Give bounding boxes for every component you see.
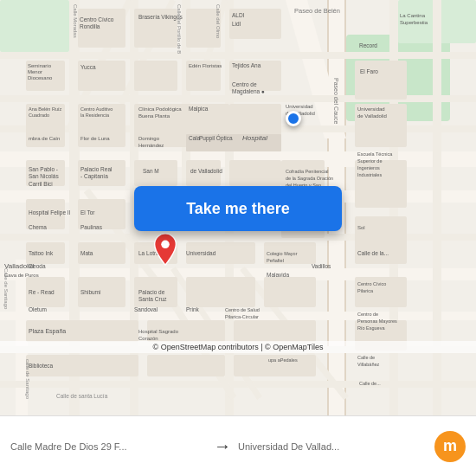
svg-text:Calle de: Calle de bbox=[357, 355, 375, 360]
svg-text:Centro Cívico: Centro Cívico bbox=[357, 281, 386, 286]
svg-text:Rondilla: Rondilla bbox=[80, 23, 100, 29]
svg-text:Superior de: Superior de bbox=[357, 158, 382, 164]
svg-rect-36 bbox=[134, 61, 177, 91]
svg-text:Universidad: Universidad bbox=[357, 106, 385, 112]
svg-text:Tejidos Ana: Tejidos Ana bbox=[232, 62, 261, 69]
svg-text:Centro de: Centro de bbox=[357, 312, 378, 317]
svg-rect-2 bbox=[0, 0, 69, 52]
svg-text:Diocesano: Diocesano bbox=[28, 75, 53, 80]
svg-text:Calle de santa Lucía: Calle de santa Lucía bbox=[56, 393, 108, 399]
svg-text:Escuela Técnica: Escuela Técnica bbox=[357, 151, 393, 157]
svg-text:Río Esgueva: Río Esgueva bbox=[357, 325, 385, 331]
svg-text:Brasería Vikingos: Brasería Vikingos bbox=[138, 14, 183, 21]
svg-text:la Residencia: la Residencia bbox=[80, 113, 110, 118]
svg-text:Centro Auditivo: Centro Auditivo bbox=[80, 106, 113, 112]
svg-point-181 bbox=[161, 241, 170, 249]
svg-text:Hernández: Hernández bbox=[138, 143, 164, 148]
svg-text:- Capitanía: - Capitanía bbox=[80, 173, 108, 180]
svg-text:Tattoo Ink: Tattoo Ink bbox=[29, 250, 54, 256]
svg-text:Centro de Salud: Centro de Salud bbox=[225, 307, 260, 312]
svg-text:San M: San M bbox=[143, 168, 159, 174]
bottom-bar: Calle Madre De Dios 29 F... → Universida… bbox=[0, 415, 476, 476]
svg-text:Yucca: Yucca bbox=[80, 64, 96, 70]
to-location: Universidad De Vallad... bbox=[238, 441, 434, 452]
svg-text:Pilarica: Pilarica bbox=[357, 288, 374, 293]
svg-text:Calle Moradas: Calle Moradas bbox=[73, 4, 78, 38]
svg-text:Villabáñez: Villabáñez bbox=[357, 362, 380, 367]
svg-text:Re - Read: Re - Read bbox=[29, 289, 55, 295]
svg-text:Plaza España: Plaza España bbox=[29, 328, 66, 335]
svg-text:Carril Bici: Carril Bici bbox=[29, 181, 53, 187]
svg-text:Puppil Óptica: Puppil Óptica bbox=[199, 134, 233, 142]
svg-text:Prink: Prink bbox=[186, 306, 200, 312]
svg-text:Menor: Menor bbox=[28, 69, 42, 74]
svg-text:Peñafiel: Peñafiel bbox=[267, 258, 284, 263]
svg-text:Santa Cruz: Santa Cruz bbox=[138, 296, 167, 302]
svg-text:Chema: Chema bbox=[29, 224, 47, 230]
svg-text:Hospital Felipe II: Hospital Felipe II bbox=[29, 209, 71, 216]
moovit-letter: m bbox=[443, 437, 457, 455]
svg-rect-23 bbox=[0, 381, 476, 388]
svg-text:Centro de: Centro de bbox=[232, 81, 257, 87]
svg-text:Ingenieros: Ingenieros bbox=[357, 165, 380, 170]
svg-text:Biblioteca: Biblioteca bbox=[29, 363, 54, 369]
svg-text:Cofradía Penitencial: Cofradía Penitencial bbox=[286, 169, 329, 174]
svg-text:Centro Cívico: Centro Cívico bbox=[80, 16, 114, 23]
svg-text:Calle de la...: Calle de la... bbox=[357, 250, 389, 256]
svg-text:Calle de...: Calle de... bbox=[359, 381, 381, 386]
svg-text:La Cantina: La Cantina bbox=[400, 13, 426, 18]
svg-text:San Pablo -: San Pablo - bbox=[29, 166, 58, 172]
map-attribution: © OpenStreetMap contributors | © OpenMap… bbox=[0, 341, 476, 353]
map-container: Paseo de Belén Paseo del Cauce Centro Cí… bbox=[0, 0, 476, 415]
svg-text:San Nicolás: San Nicolás bbox=[29, 173, 59, 179]
svg-text:Paseo del Cauce: Paseo del Cauce bbox=[333, 78, 339, 124]
svg-text:Domingo: Domingo bbox=[138, 136, 160, 141]
svg-text:Palacio Real: Palacio Real bbox=[80, 166, 113, 172]
svg-rect-18 bbox=[0, 52, 476, 59]
svg-text:Buena Planta: Buena Planta bbox=[138, 113, 170, 119]
direction-arrow: → bbox=[207, 436, 238, 456]
svg-rect-48 bbox=[229, 160, 281, 186]
take-me-there-button[interactable]: Take me there bbox=[134, 186, 342, 231]
from-label: Calle Madre De Dios 29 F... bbox=[10, 441, 127, 452]
destination-marker bbox=[152, 232, 178, 270]
svg-rect-65 bbox=[186, 277, 255, 307]
svg-text:Vadillos: Vadillos bbox=[312, 263, 331, 269]
svg-text:Oletum: Oletum bbox=[29, 306, 47, 312]
svg-text:Paseo de Belén: Paseo de Belén bbox=[294, 7, 340, 15]
svg-text:calle de Santiago: calle de Santiago bbox=[25, 359, 30, 400]
svg-text:Calle del Portillo de B: Calle del Portillo de B bbox=[177, 4, 182, 54]
svg-text:Hospital: Hospital bbox=[242, 134, 267, 142]
svg-text:Palacio de: Palacio de bbox=[138, 289, 165, 295]
svg-text:de Valladolid: de Valladolid bbox=[357, 113, 387, 119]
svg-text:Record: Record bbox=[359, 42, 377, 48]
svg-text:Malavida: Malavida bbox=[267, 272, 289, 278]
svg-text:Lidl: Lidl bbox=[232, 21, 241, 27]
svg-rect-71 bbox=[147, 355, 225, 376]
svg-rect-78 bbox=[355, 61, 407, 100]
svg-text:El Faro: El Faro bbox=[360, 68, 378, 74]
svg-text:Sol: Sol bbox=[357, 225, 365, 230]
moovit-logo: m bbox=[434, 431, 466, 462]
svg-text:Clínica Podológica: Clínica Podológica bbox=[138, 106, 182, 112]
svg-text:Seminario: Seminario bbox=[28, 63, 52, 68]
from-location: Calle Madre De Dios 29 F... bbox=[10, 441, 207, 452]
svg-text:Universidad: Universidad bbox=[286, 104, 313, 109]
svg-text:Ana Belén Ruíz: Ana Belén Ruíz bbox=[29, 106, 61, 112]
svg-text:Pilarica-Circular: Pilarica-Circular bbox=[225, 314, 259, 319]
svg-text:Sandoval: Sandoval bbox=[134, 306, 158, 312]
svg-text:Cuadrado: Cuadrado bbox=[29, 113, 49, 118]
svg-text:mbra de Caín: mbra de Caín bbox=[29, 136, 60, 141]
svg-text:de Valladolid: de Valladolid bbox=[190, 168, 222, 174]
svg-rect-33 bbox=[186, 9, 221, 48]
svg-text:Universidad: Universidad bbox=[186, 250, 216, 256]
svg-text:de la Sagrada Oración: de la Sagrada Oración bbox=[286, 176, 333, 181]
svg-text:upa aPedales: upa aPedales bbox=[268, 357, 298, 363]
svg-rect-74 bbox=[355, 216, 407, 264]
svg-text:Calle de Santiago: Calle de Santiago bbox=[3, 268, 9, 310]
svg-text:Superbestia: Superbestia bbox=[400, 20, 428, 25]
svg-text:Industriales: Industriales bbox=[357, 172, 382, 177]
svg-text:Malpica: Malpica bbox=[189, 106, 209, 113]
moovit-icon: m bbox=[434, 431, 466, 462]
origin-marker bbox=[286, 111, 301, 126]
